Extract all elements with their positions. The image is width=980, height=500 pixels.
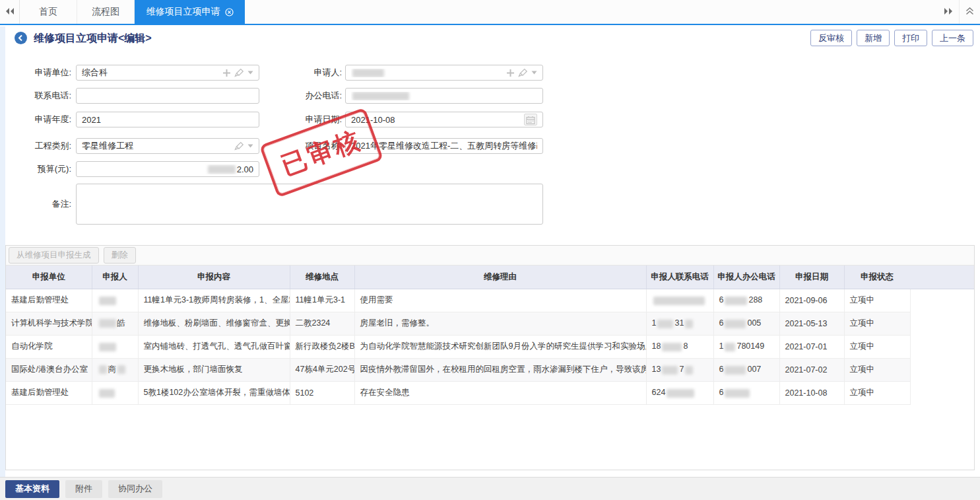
clear-brush-icon[interactable] [234,141,244,151]
apply-date-label: 申请日期: [269,112,342,127]
close-tab-icon[interactable] [225,8,234,17]
cell-date: 2021-09-06 [779,289,844,312]
cell-contact-phone: 131 [646,312,713,335]
cell-office-phone: 6007 [713,358,779,381]
generate-from-repair-application-button[interactable]: 从维修项目申报生成 [9,247,99,264]
chevron-down-icon[interactable] [247,71,253,75]
print-button[interactable]: 打印 [894,30,927,46]
table-row[interactable]: 计算机科学与技术学院 皓 维修地板、粉刷墙面、维修窗帘盒、更换窗 二教2324 … [6,312,910,335]
project-name-label: 项目名称: [269,138,342,154]
cell-status: 立项中 [844,312,910,335]
col-header-contact-phone: 申报人联系电话 [646,266,713,289]
back-button[interactable] [15,32,27,44]
cell-office-phone: 6005 [713,312,779,335]
add-icon[interactable] [506,69,515,77]
table-row[interactable]: 基建后勤管理处 5教1楼102办公室墙体开裂，需重做墙体粉 5102 存在安全隐… [6,381,910,404]
collapse-panel-button[interactable] [959,0,980,24]
tab-scroll-right-button[interactable] [938,0,959,24]
apply-date-input[interactable]: 2021-10-08 [345,112,543,127]
tab-label: 首页 [39,6,57,18]
tab-label: 流程图 [92,6,119,18]
col-header-person: 申报人 [92,266,138,289]
contact-phone-label: 联系电话: [0,88,71,104]
cell-date: 2021-07-01 [779,335,844,358]
apply-year-input[interactable]: 2021 [76,112,259,127]
project-type-input[interactable]: 零星维修工程 [76,138,259,154]
tab-attachments[interactable]: 附件 [65,480,102,498]
calendar-icon[interactable] [524,114,537,125]
cell-status: 立项中 [844,335,910,358]
header-buttons: 反审核 新增 打印 上一条 [810,30,973,46]
col-header-office-phone: 申报人办公电话 [713,266,779,289]
chevron-down-icon[interactable] [247,144,253,148]
tab-bar: 首页 流程图 维修项目立项申请 [0,0,980,25]
tab-home[interactable]: 首页 [20,0,77,24]
col-header-location: 维修地点 [290,266,354,289]
delete-button[interactable]: 删除 [104,247,136,264]
applicant-label: 申请人: [269,65,342,81]
cell-content: 5教1楼102办公室墙体开裂，需重做墙体粉 [138,381,290,404]
apply-unit-input[interactable]: 综合科 [76,65,259,81]
cell-date: 2021-10-08 [779,381,844,404]
tab-flowchart[interactable]: 流程图 [77,0,135,24]
cell-contact-phone: 188 [646,335,713,358]
applicant-input[interactable] [345,65,543,81]
remark-label: 备注: [0,196,71,212]
tab-collaboration[interactable]: 协同办公 [108,480,162,498]
apply-year-label: 申请年度: [0,112,71,127]
clear-brush-icon[interactable] [518,68,528,77]
cell-reason: 因疫情外教滞留国外，在校租用的回租房空置，雨水渗漏到楼下住户，导致该房间 [354,358,646,381]
cell-office-phone: 1780149 [713,335,779,358]
cell-reason: 使用需要 [354,289,646,312]
page-title: 维修项目立项申请<编辑> [34,32,152,46]
remark-textarea[interactable] [76,184,543,225]
cell-person [92,289,138,312]
office-phone-input[interactable] [345,88,543,104]
cell-person: 商 [92,358,138,381]
tab-basic-info[interactable]: 基本资料 [5,480,59,498]
cell-person [92,381,138,404]
chevron-left-icon [17,34,24,42]
grid-header-row: 申报单位 申报人 申报内容 维修地点 维修理由 申报人联系电话 申报人办公电话 … [6,266,910,289]
detail-grid-section: 从维修项目申报生成 删除 申报单位 申报人 申报内容 维修地点 维修理由 申报人… [5,245,975,470]
contact-phone-input[interactable] [76,88,259,104]
cell-location: 11幢1单元3-1 [290,289,354,312]
double-chevron-up-icon [965,7,975,17]
cell-office-phone: 6288 [713,289,779,312]
cell-contact-phone [646,289,713,312]
tab-scroll-left-button[interactable] [0,0,20,24]
clear-brush-icon[interactable] [234,68,244,77]
cell-status: 立项中 [844,381,910,404]
previous-record-button[interactable]: 上一条 [932,30,973,46]
tab-repair-project-application[interactable]: 维修项目立项申请 [135,0,245,24]
cell-content: 更换木地板，部门墙面恢复 [138,358,290,381]
project-name-input[interactable]: 2021年零星维修改造工程-二、五教周转房等维修改 [345,138,543,154]
col-header-content: 申报内容 [138,266,290,289]
table-row[interactable]: 基建后勤管理处 11幢1单元3-1教师周转房装修，1、全屋粉 11幢1单元3-1… [6,289,910,312]
cell-date: 2021-07-02 [779,358,844,381]
cell-content: 11幢1单元3-1教师周转房装修，1、全屋粉 [138,289,290,312]
double-right-arrow-icon [943,7,954,17]
tab-label: 维修项目立项申请 [147,6,220,18]
cell-contact-phone: 624 [646,381,713,404]
chevron-down-icon[interactable] [531,71,537,75]
cell-status: 立项中 [844,289,910,312]
cell-unit: 基建后勤管理处 [6,289,92,312]
cell-person: 皓 [92,312,138,335]
cell-content: 维修地板、粉刷墙面、维修窗帘盒、更换窗 [138,312,290,335]
add-new-button[interactable]: 新增 [857,30,890,46]
tab-bar-right-controls [938,0,980,24]
double-left-arrow-icon [5,7,15,17]
cell-unit: 自动化学院 [6,335,92,358]
grid-toolbar: 从维修项目申报生成 删除 [6,246,974,266]
cell-unit: 国际处/港澳台办公室 [6,358,92,381]
table-row[interactable]: 国际处/港澳台办公室 商 更换木地板，部门墙面恢复 47栋4单元202号 因疫情… [6,358,910,381]
table-row[interactable]: 自动化学院 室内铺地砖、打透气孔、透气孔做百叶窗、 新行政楼负2楼B2 为自动化… [6,335,910,358]
page-header: 维修项目立项申请<编辑> 反审核 新增 打印 上一条 [0,26,980,53]
add-icon[interactable] [222,69,231,77]
apply-unit-label: 申请单位: [0,65,71,81]
cell-location: 新行政楼负2楼B2 [290,335,354,358]
budget-input[interactable]: 2.00 [76,161,259,177]
detail-grid: 申报单位 申报人 申报内容 维修地点 维修理由 申报人联系电话 申报人办公电话 … [6,266,911,405]
unapprove-button[interactable]: 反审核 [810,30,852,46]
